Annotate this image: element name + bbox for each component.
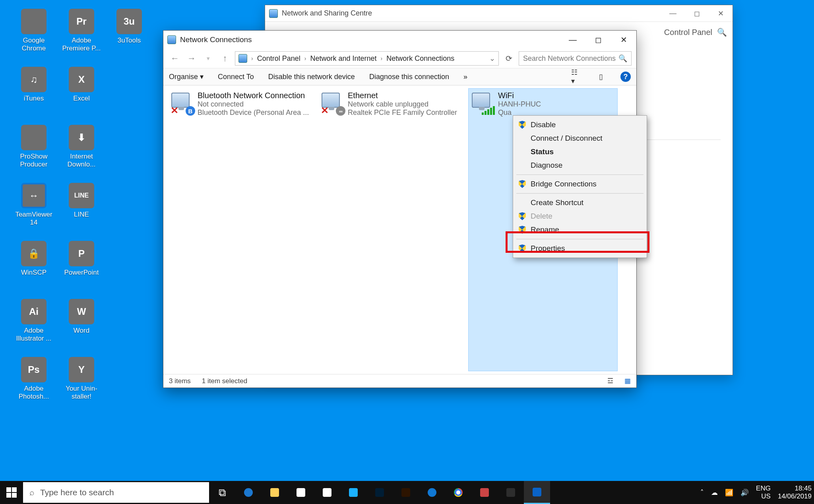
path-dropdown-button[interactable]: ⌄ — [489, 54, 495, 63]
taskbar-app-cmd[interactable] — [498, 481, 524, 504]
diagnose-button[interactable]: Diagnose this connection — [369, 73, 449, 81]
nav-forward-button[interactable]: → — [185, 52, 198, 65]
disable-device-button[interactable]: Disable this network device — [268, 73, 355, 81]
taskbar-app-teamviewer[interactable] — [419, 481, 445, 504]
taskbar-app-photoshop[interactable] — [366, 481, 393, 504]
connection-name: WiFi — [498, 91, 541, 100]
taskbar-app-explorer[interactable] — [262, 481, 288, 504]
desktop-icon-teamviewer[interactable]: ↔TeamViewer 14 — [12, 183, 56, 227]
connection-device: Realtek PCIe FE Family Controller — [348, 109, 457, 117]
desktop-icon-word[interactable]: WWord — [60, 299, 103, 335]
close-button[interactable]: ✕ — [709, 5, 733, 22]
menu-item-bridge[interactable]: Bridge Connections — [514, 177, 646, 191]
tray-network-icon[interactable]: 📶 — [725, 488, 733, 497]
taskbar-search[interactable]: ⌕ Type here to search — [23, 482, 209, 503]
breadcrumb-seg[interactable]: Control Panel — [257, 54, 300, 63]
search-box[interactable]: Search Network Connections 🔍 — [519, 51, 632, 66]
desktop-icon-premiere[interactable]: PrAdobe Premiere P... — [60, 9, 103, 53]
titlebar[interactable]: Network Connections — ◻ ✕ — [163, 31, 636, 49]
nav-back-button[interactable]: ← — [168, 52, 182, 65]
menu-item-properties[interactable]: Properties — [514, 242, 646, 255]
icons-view-button[interactable]: ▦ — [624, 377, 631, 385]
taskbar-app-store[interactable] — [288, 481, 314, 504]
desktop-icon-uninstaller[interactable]: YYour Unin-staller! — [60, 357, 103, 401]
search-icon[interactable]: 🔍 — [717, 27, 727, 37]
preview-pane-button[interactable]: ▯ — [596, 72, 606, 82]
tray-language[interactable]: ENG US — [756, 485, 771, 500]
search-placeholder: Search Network Connections — [523, 54, 618, 63]
icon-label: LINE — [74, 211, 89, 219]
chevron-right-icon: › — [251, 55, 253, 62]
start-button[interactable] — [0, 481, 23, 504]
desktop-icon-illustrator[interactable]: AiAdobe Illustrator ... — [12, 299, 56, 343]
task-view-button[interactable]: ⧉ — [209, 481, 235, 504]
nav-recent-button[interactable]: ▾ — [202, 52, 215, 65]
breadcrumb[interactable]: › Control Panel › Network and Internet ›… — [235, 51, 499, 66]
mail-icon — [323, 488, 331, 497]
desktop-icon-3utools[interactable]: 3u3uTools — [107, 9, 151, 45]
system-tray: ˄ ☁ 📶 🔊 ENG US 18:45 14/06/2019 — [700, 485, 814, 500]
close-button[interactable]: ✕ — [611, 31, 636, 49]
view-options-button[interactable]: ☷ ▾ — [571, 72, 581, 82]
controlpanel-icon — [533, 488, 541, 496]
desktop-icon-winscp[interactable]: 🔒WinSCP — [12, 241, 56, 277]
connect-to-button[interactable]: Connect To — [218, 73, 254, 81]
icon-label: Adobe Premiere P... — [60, 37, 103, 53]
chevron-right-icon: › — [381, 55, 383, 62]
icon-label: Adobe Photosh... — [12, 385, 56, 401]
minimize-button[interactable]: — — [560, 31, 585, 49]
menu-item-disable[interactable]: Disable — [514, 118, 646, 132]
tray-onedrive-icon[interactable]: ☁ — [711, 488, 718, 497]
organise-menu[interactable]: Organise ▾ — [169, 72, 204, 81]
menu-item-rename[interactable]: Rename — [514, 223, 646, 236]
menu-item-connect-disconnect[interactable]: Connect / Disconnect — [514, 132, 646, 145]
taskbar-app-snagit[interactable] — [471, 481, 498, 504]
maximize-button[interactable]: ◻ — [685, 5, 709, 22]
connection-icon: ✕ ⎓ — [321, 91, 345, 115]
icon-label: 3uTools — [118, 37, 141, 45]
more-commands-button[interactable]: » — [463, 73, 467, 81]
refresh-button[interactable]: ⟳ — [502, 52, 516, 65]
photoshop-icon: Ps — [21, 357, 47, 382]
breadcrumb-seg[interactable]: Network Connections — [386, 54, 454, 63]
desktop-icon-chrome[interactable]: Google Chrome — [12, 9, 56, 53]
connection-item-bluetooth[interactable]: ✕ B Bluetooth Network Connection Not con… — [168, 89, 317, 371]
maximize-button[interactable]: ◻ — [585, 31, 611, 49]
desktop-icon-excel[interactable]: XExcel — [60, 67, 103, 103]
connection-icon: ✕ B — [171, 91, 194, 115]
menu-item-diagnose[interactable]: Diagnose — [514, 159, 646, 172]
taskbar-app-illustrator[interactable] — [393, 481, 419, 504]
search-icon[interactable]: 🔍 — [618, 54, 627, 63]
connection-item-ethernet[interactable]: ✕ ⎓ Ethernet Network cable unplugged Rea… — [318, 89, 467, 371]
menu-item-delete: Delete — [514, 209, 646, 223]
shield-icon — [519, 212, 526, 220]
icon-label: ProShow Producer — [12, 153, 56, 169]
nav-up-button[interactable]: ↑ — [218, 52, 232, 65]
search-placeholder: Type here to search — [40, 488, 114, 497]
details-view-button[interactable]: ☲ — [607, 377, 613, 385]
tray-overflow-button[interactable]: ˄ — [700, 488, 704, 497]
tray-volume-icon[interactable]: 🔊 — [740, 488, 749, 497]
desktop-icon-photoshop[interactable]: PsAdobe Photosh... — [12, 357, 56, 401]
help-button[interactable]: ? — [620, 72, 631, 82]
shield-icon — [519, 121, 526, 129]
desktop-icon-proshow[interactable]: ProShow Producer — [12, 125, 56, 169]
menu-item-create-shortcut[interactable]: Create Shortcut — [514, 196, 646, 209]
desktop-icon-idm[interactable]: ⬇Internet Downlo... — [60, 125, 103, 169]
desktop-icon-line[interactable]: LINELINE — [60, 183, 103, 219]
menu-separator — [516, 239, 643, 239]
taskbar-app-video[interactable] — [340, 481, 366, 504]
connection-icon — [471, 91, 495, 115]
menu-item-status[interactable]: Status — [514, 145, 646, 159]
icon-label: Your Unin-staller! — [60, 385, 103, 401]
command-bar: Organise ▾ Connect To Disable this netwo… — [163, 68, 636, 85]
tray-clock[interactable]: 18:45 14/06/2019 — [778, 485, 812, 500]
taskbar-app-edge[interactable] — [235, 481, 262, 504]
desktop-icon-itunes[interactable]: ♫iTunes — [12, 67, 56, 103]
breadcrumb-seg[interactable]: Network and Internet — [310, 54, 376, 63]
taskbar-app-chrome[interactable] — [445, 481, 471, 504]
taskbar-app-controlpanel[interactable] — [524, 481, 550, 504]
desktop-icon-powerpoint[interactable]: PPowerPoint — [60, 241, 103, 277]
taskbar-app-mail[interactable] — [314, 481, 340, 504]
minimize-button[interactable]: — — [661, 5, 685, 22]
